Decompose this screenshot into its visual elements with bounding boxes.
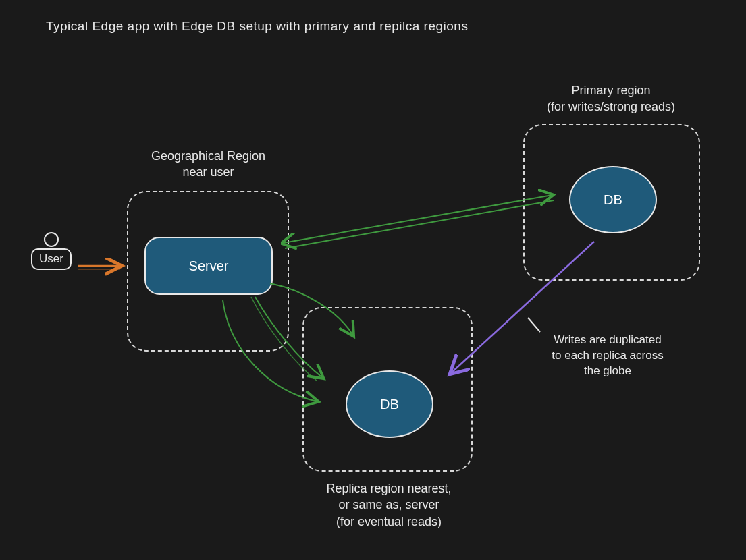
arrow-server-to-primary xyxy=(284,195,552,243)
geo-region-label: Geographical Region near user xyxy=(139,148,277,181)
user-head-icon xyxy=(44,232,59,247)
note-leader-line xyxy=(528,318,540,332)
server-node: Server xyxy=(144,237,273,295)
server-label: Server xyxy=(189,258,229,274)
replica-db-label: DB xyxy=(380,397,399,412)
replica-region-label: Replica region nearest, or same as, serv… xyxy=(298,480,480,530)
user-label: User xyxy=(31,248,72,270)
replica-db-node: DB xyxy=(346,370,433,438)
replication-note: Writes are duplicated to each replica ac… xyxy=(533,333,682,379)
user-icon: User xyxy=(31,232,72,270)
primary-db-node: DB xyxy=(569,166,657,233)
diagram-title: Typical Edge app with Edge DB setup with… xyxy=(46,19,468,34)
primary-region-label: Primary region (for writes/strong reads) xyxy=(513,82,709,115)
primary-db-label: DB xyxy=(604,192,622,208)
